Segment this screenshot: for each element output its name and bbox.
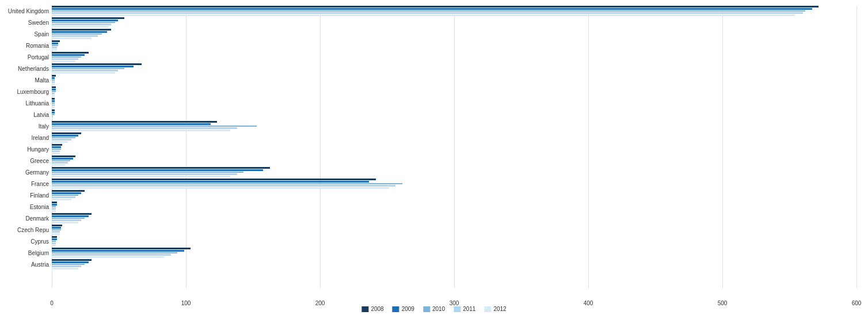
bar-2010 bbox=[52, 45, 58, 47]
country-label: Sweden bbox=[3, 20, 49, 26]
bar-group bbox=[52, 17, 124, 28]
bar-2010 bbox=[52, 33, 102, 35]
bar-2011 bbox=[52, 139, 71, 141]
bar-2012 bbox=[52, 49, 57, 51]
bar-2012 bbox=[52, 222, 78, 223]
legend-item-2012: 2012 bbox=[484, 306, 506, 312]
bar-2011 bbox=[52, 242, 56, 244]
bar-2010 bbox=[52, 10, 805, 12]
bar-group bbox=[52, 6, 818, 16]
bar-2010 bbox=[52, 206, 56, 208]
bar-group bbox=[52, 190, 85, 200]
country-row: Hungary bbox=[52, 144, 856, 154]
legend-label-2008: 2008 bbox=[371, 306, 383, 312]
bar-2011 bbox=[52, 185, 395, 187]
country-label: Denmark bbox=[3, 215, 49, 222]
bar-2010 bbox=[52, 56, 81, 58]
bar-2008 bbox=[52, 86, 56, 88]
bar-group bbox=[52, 167, 270, 177]
bar-2012 bbox=[52, 210, 56, 212]
bar-2012 bbox=[52, 37, 92, 39]
legend-item-2011: 2011 bbox=[454, 306, 475, 312]
bar-group bbox=[52, 86, 56, 97]
bar-2008 bbox=[52, 225, 62, 226]
bar-2010 bbox=[52, 68, 124, 70]
bar-2008 bbox=[52, 6, 818, 7]
bar-group bbox=[52, 259, 92, 270]
country-row: Portugal bbox=[52, 52, 856, 62]
country-label: Belgium bbox=[3, 250, 49, 256]
bar-2009 bbox=[52, 204, 57, 206]
country-label: Estonia bbox=[3, 204, 49, 210]
bar-2009 bbox=[52, 238, 57, 240]
grid-line bbox=[856, 6, 857, 288]
bar-2012 bbox=[52, 107, 55, 108]
bar-2009 bbox=[52, 135, 78, 136]
country-label: Portugal bbox=[3, 54, 49, 60]
country-row: Italy bbox=[52, 121, 856, 131]
country-label: Netherlands bbox=[3, 66, 49, 72]
bar-2011 bbox=[52, 81, 55, 83]
bar-2008 bbox=[52, 202, 57, 203]
country-row: Romania bbox=[52, 40, 856, 51]
legend-label-2010: 2010 bbox=[432, 306, 445, 312]
country-row: Belgium bbox=[52, 248, 856, 258]
bar-2008 bbox=[52, 236, 57, 238]
bar-2009 bbox=[52, 146, 61, 148]
legend-color-2008 bbox=[361, 306, 368, 312]
bar-2009 bbox=[52, 100, 55, 102]
bar-2008 bbox=[52, 52, 89, 54]
bar-2011 bbox=[52, 127, 237, 129]
bar-2008 bbox=[52, 179, 376, 180]
bar-2012 bbox=[52, 199, 71, 200]
bar-2010 bbox=[52, 252, 177, 254]
bar-2011 bbox=[52, 196, 75, 198]
bar-2009 bbox=[52, 215, 89, 217]
bar-2012 bbox=[52, 268, 78, 270]
bar-group bbox=[52, 202, 57, 212]
bar-2010 bbox=[52, 172, 243, 173]
country-label: Czech Repu bbox=[3, 227, 49, 233]
bar-2009 bbox=[52, 158, 73, 160]
bar-2010 bbox=[52, 114, 55, 116]
x-tick-600: 600 bbox=[852, 300, 862, 306]
bar-2009 bbox=[52, 43, 58, 44]
bar-2009 bbox=[52, 8, 812, 10]
bar-2012 bbox=[52, 72, 115, 74]
bar-group bbox=[52, 179, 402, 189]
bar-2009 bbox=[52, 181, 369, 183]
bar-group bbox=[52, 98, 55, 108]
bar-2012 bbox=[52, 245, 56, 246]
bar-2010 bbox=[52, 91, 56, 93]
bar-2010 bbox=[52, 22, 115, 24]
legend-color-2009 bbox=[393, 306, 399, 312]
bar-2009 bbox=[52, 169, 263, 171]
country-row: Spain bbox=[52, 29, 856, 39]
bar-2009 bbox=[52, 77, 55, 79]
country-row: Latvia bbox=[52, 109, 856, 120]
bar-2012 bbox=[52, 141, 68, 143]
x-tick-100: 100 bbox=[181, 300, 191, 306]
bar-2010 bbox=[52, 126, 257, 127]
country-row: Austria bbox=[52, 259, 856, 270]
bar-group bbox=[52, 121, 257, 131]
country-row: Denmark bbox=[52, 213, 856, 223]
country-label: Germany bbox=[3, 169, 49, 176]
bar-2012 bbox=[52, 233, 60, 235]
country-label: Lithuania bbox=[3, 100, 49, 107]
country-label: Italy bbox=[3, 123, 49, 130]
bar-2011 bbox=[52, 150, 60, 152]
bar-2008 bbox=[52, 132, 81, 134]
bar-group bbox=[52, 29, 111, 39]
bar-2012 bbox=[52, 118, 53, 120]
bar-2008 bbox=[52, 98, 55, 100]
bar-2009 bbox=[52, 20, 118, 21]
bar-2011 bbox=[52, 58, 78, 60]
bar-2009 bbox=[52, 31, 107, 33]
bar-2008 bbox=[52, 259, 92, 261]
x-tick-300: 300 bbox=[450, 300, 459, 306]
bar-2010 bbox=[52, 160, 70, 162]
bar-2008 bbox=[52, 213, 92, 215]
bar-2012 bbox=[52, 84, 55, 85]
bars-container: United KingdomSwedenSpainRomaniaPortugal… bbox=[52, 6, 856, 288]
